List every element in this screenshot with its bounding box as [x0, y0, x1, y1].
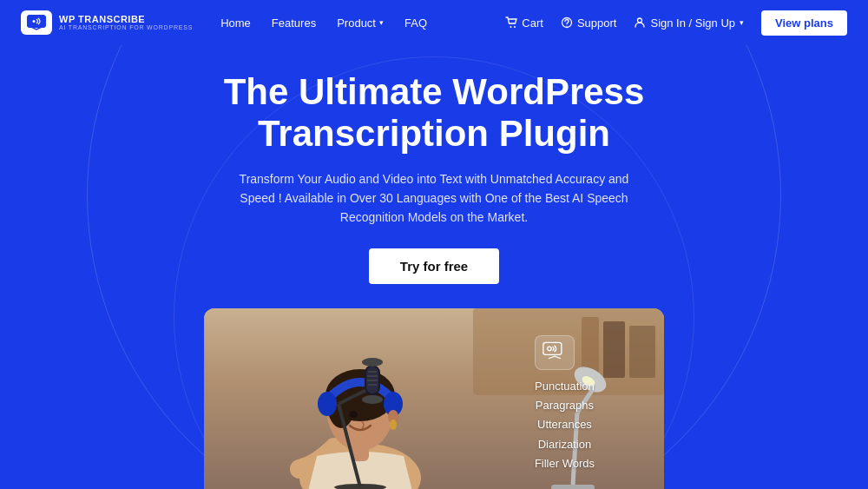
- cart-icon: [505, 17, 517, 29]
- logo-name: WP TRANSCRIBE: [59, 14, 193, 24]
- feature-item-2: Paragraphs: [535, 396, 595, 415]
- feature-item-5: Filler Words: [535, 454, 595, 473]
- hero-description: Transform Your Audio and Video into Text…: [226, 169, 642, 228]
- hero-headline: The Ultimate WordPress Transcription Plu…: [0, 71, 868, 155]
- view-plans-button[interactable]: View plans: [761, 10, 847, 36]
- signin-link[interactable]: Sign In / Sign Up ▾: [634, 17, 744, 30]
- navbar-right: Cart Support Sign In / Sign Up ▾ View pl…: [505, 10, 847, 36]
- svg-point-9: [638, 18, 642, 23]
- signin-label: Sign In / Sign Up: [650, 17, 735, 30]
- transcribe-icon: [542, 341, 567, 360]
- navbar-left: WP TRANSCRIBE AI TRANSCRIPTION FOR WORDP…: [21, 10, 427, 35]
- feature-item-3: Utterances: [535, 415, 595, 434]
- logo-text: WP TRANSCRIBE AI TRANSCRIPTION FOR WORDP…: [59, 14, 193, 31]
- user-icon: [634, 17, 646, 29]
- nav-product[interactable]: Product ▾: [337, 17, 384, 30]
- try-free-button[interactable]: Try for free: [369, 248, 499, 284]
- svg-point-37: [548, 347, 551, 350]
- feature-card: Punctuation Paragraphs Utterances Diariz…: [535, 335, 595, 472]
- nav-features[interactable]: Features: [272, 15, 316, 30]
- logo-icon: [21, 10, 52, 35]
- svg-point-4: [33, 20, 36, 23]
- svg-point-29: [362, 358, 383, 367]
- feature-item-4: Diarization: [535, 435, 595, 454]
- headline-line2: Transcription Plugin: [258, 113, 610, 154]
- svg-point-6: [514, 26, 516, 28]
- support-link[interactable]: Support: [561, 17, 617, 30]
- hero-image-container: Punctuation Paragraphs Utterances Diariz…: [204, 308, 664, 489]
- cart-link[interactable]: Cart: [505, 17, 543, 30]
- microphone-svg: [308, 317, 412, 489]
- svg-point-8: [566, 25, 567, 26]
- navbar: WP TRANSCRIBE AI TRANSCRIPTION FOR WORDP…: [0, 0, 868, 45]
- nav-faq[interactable]: FAQ: [404, 15, 427, 30]
- hero-section: The Ultimate WordPress Transcription Plu…: [0, 45, 868, 489]
- nav-links: Home Features Product ▾ FAQ: [220, 15, 427, 30]
- svg-rect-31: [551, 485, 595, 489]
- nav-home[interactable]: Home: [220, 15, 251, 30]
- feature-card-icon: [535, 335, 575, 370]
- logo[interactable]: WP TRANSCRIBE AI TRANSCRIPTION FOR WORDP…: [21, 10, 193, 35]
- svg-point-30: [362, 395, 383, 404]
- svg-point-5: [510, 26, 512, 28]
- feature-list: Punctuation Paragraphs Utterances Diariz…: [535, 377, 595, 472]
- cart-label: Cart: [522, 17, 543, 30]
- headline-line1: The Ultimate WordPress: [224, 71, 645, 112]
- svg-rect-36: [543, 343, 562, 355]
- svg-line-21: [339, 404, 360, 487]
- support-label: Support: [577, 17, 617, 30]
- feature-item-1: Punctuation: [535, 377, 595, 396]
- svg-rect-3: [29, 17, 44, 26]
- book-decoration: [629, 326, 655, 378]
- hero-image-area: Punctuation Paragraphs Utterances Diariz…: [0, 308, 868, 489]
- support-icon: [561, 17, 573, 29]
- signin-chevron-icon: ▾: [740, 18, 744, 27]
- product-chevron-icon: ▾: [379, 18, 384, 27]
- logo-tagline: AI TRANSCRIPTION FOR WORDPRESS: [59, 24, 193, 31]
